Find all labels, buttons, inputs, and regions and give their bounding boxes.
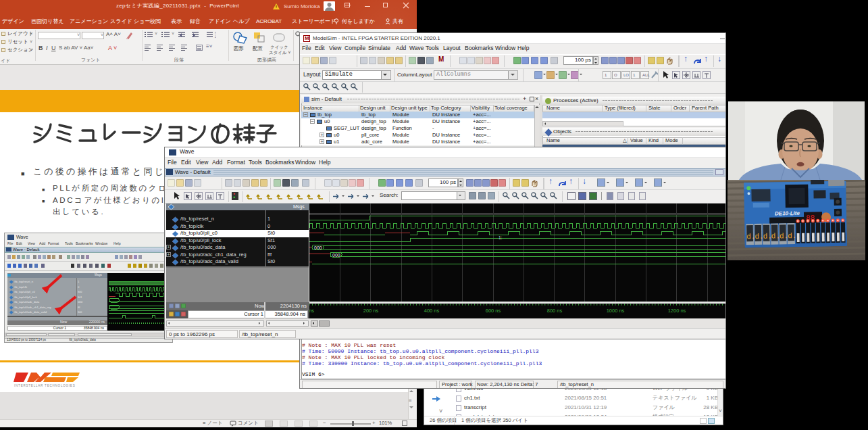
svg-text:800 ns: 800 ns <box>547 308 563 314</box>
svg-text:200 ns: 200 ns <box>363 308 379 314</box>
svg-text:1:: 1: <box>499 235 503 240</box>
svg-text:d.: d. <box>788 232 796 240</box>
svg-text:1200 ns: 1200 ns <box>668 308 686 314</box>
svg-text:1000 ns: 1000 ns <box>607 308 625 314</box>
svg-text:000: 000 <box>332 253 340 258</box>
svg-text:400 ns: 400 ns <box>424 308 440 314</box>
svg-text:000: 000 <box>314 245 322 250</box>
svg-text:DE10-Lite: DE10-Lite <box>775 210 800 217</box>
svg-text:600 ns: 600 ns <box>486 308 501 314</box>
